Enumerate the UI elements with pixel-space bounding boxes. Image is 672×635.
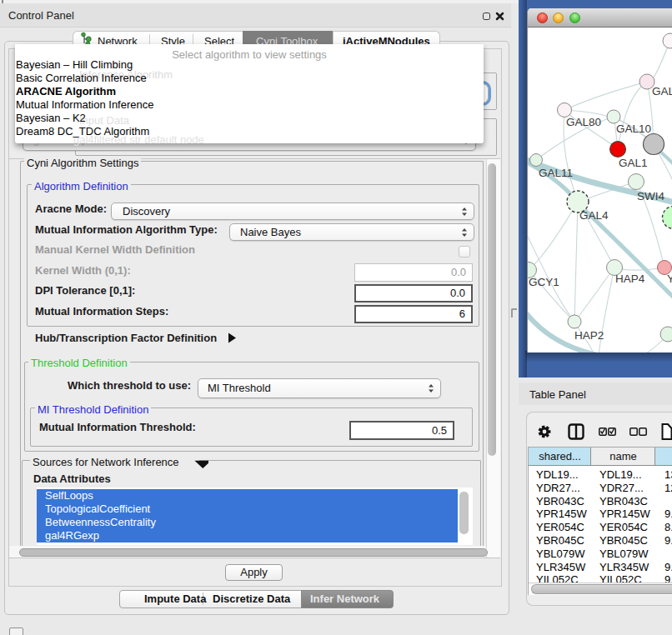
svg-text:SWI4: SWI4: [637, 190, 664, 202]
svg-text:GAL11: GAL11: [539, 167, 573, 179]
svg-text:Y: Y: [667, 272, 672, 285]
svg-text:HAP2: HAP2: [574, 329, 604, 342]
svg-text:GAL1: GAL1: [619, 157, 648, 169]
svg-text:GAL: GAL: [652, 85, 672, 98]
svg-text:GCY1: GCY1: [529, 276, 559, 288]
svg-text:GAL80: GAL80: [566, 116, 601, 128]
svg-text:HAP4: HAP4: [615, 272, 645, 285]
svg-text:GAL4: GAL4: [579, 209, 609, 222]
svg-text:GAL10: GAL10: [616, 122, 651, 135]
